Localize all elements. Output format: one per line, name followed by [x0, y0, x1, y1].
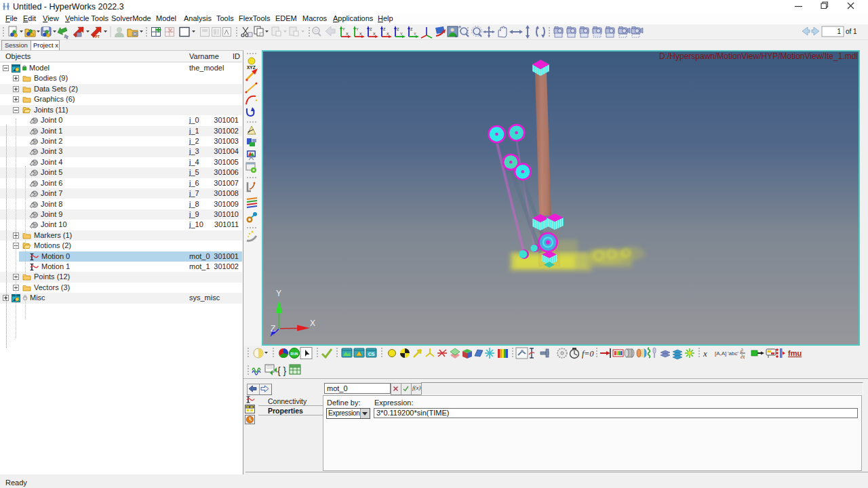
svg-text:fmu: fmu: [788, 349, 802, 357]
svg-text:Z: Z: [410, 27, 413, 31]
svg-text:Y: Y: [342, 27, 345, 31]
svg-text:X: X: [346, 32, 349, 36]
svg-text:1: 1: [455, 34, 457, 38]
svg-text:Z: Z: [271, 324, 275, 333]
svg-text:Z: Z: [397, 27, 399, 31]
svg-text:CS: CS: [368, 352, 375, 357]
svg-text:1: 1: [837, 28, 841, 35]
svg-text:f=0: f=0: [582, 349, 593, 359]
svg-text:X: X: [359, 32, 362, 36]
svg-text:x: x: [703, 348, 707, 359]
svg-text:{ }: { }: [277, 365, 287, 376]
svg-text:of 1: of 1: [846, 28, 857, 35]
svg-text:Z: Z: [370, 27, 372, 31]
svg-text:XYZ: XYZ: [247, 65, 256, 70]
svg-text:X: X: [373, 32, 376, 36]
svg-text:∂t: ∂t: [741, 354, 745, 360]
svg-text:PPT: PPT: [93, 35, 100, 39]
svg-text:[A,A]: [A,A]: [715, 350, 726, 357]
svg-text:X: X: [310, 319, 315, 328]
svg-text:Y: Y: [414, 32, 416, 36]
svg-text:RUN: RUN: [291, 352, 298, 356]
svg-text:'abc': 'abc': [728, 350, 738, 357]
svg-text:Y: Y: [400, 32, 403, 36]
svg-text:D:/Hyperspawn/MotionView/HYP/M: D:/Hyperspawn/MotionView/HYP/MotionView/…: [659, 52, 858, 61]
svg-text:Y: Y: [276, 289, 281, 298]
svg-text:X: X: [387, 32, 389, 36]
svg-text:Y: Y: [356, 27, 359, 31]
svg-text:Z: Z: [383, 27, 386, 31]
